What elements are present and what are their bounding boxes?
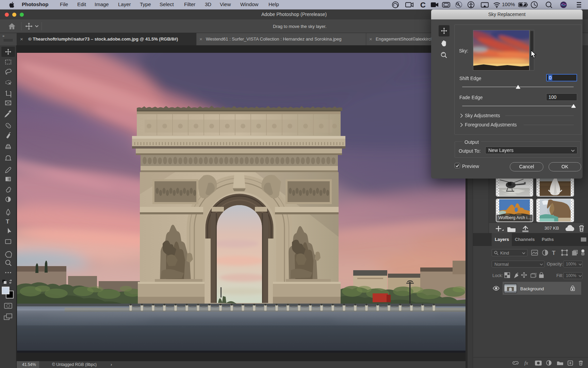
svg-text:C: C <box>420 1 426 9</box>
svg-text:T: T <box>6 218 10 225</box>
svg-text:T: T <box>552 250 556 256</box>
svg-text:fx: fx <box>524 360 528 366</box>
